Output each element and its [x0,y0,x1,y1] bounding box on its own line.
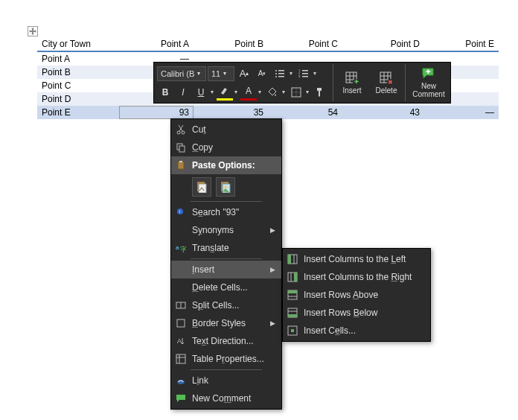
svg-line-33 [179,125,182,131]
paste-options-row [171,174,281,200]
row-label: Point A [37,51,119,66]
comment-icon [174,392,188,405]
col-point-e[interactable]: Point E [424,37,499,51]
menu-delete-cells[interactable]: Delete Cells... [171,279,281,296]
svg-rect-49 [177,319,185,327]
numbering-button[interactable]: 123▾ [295,66,318,82]
row-label: Point E [37,106,119,119]
font-size-combo[interactable]: 11▾ [208,66,234,81]
submenu-insert-rows-below[interactable]: Insert Rows Below [283,304,430,322]
context-menu: Cut Copy Paste Options: iSearch "93" Syn… [170,118,282,410]
row-label: Point D [37,92,119,106]
table-properties-icon [174,352,188,366]
svg-point-43 [177,209,183,214]
paste-icon [174,159,188,172]
dropdown-arrow-icon: ▾ [197,70,200,77]
col-point-c[interactable]: Point C [268,37,342,51]
submenu-arrow-icon: ▶ [270,319,275,327]
font-color-button[interactable]: A▾ [240,84,263,101]
menu-border-styles[interactable]: Border Styles▶ [171,314,281,332]
svg-text:字: 字 [180,246,186,253]
svg-rect-7 [302,70,308,71]
font-size-value: 11 [211,69,220,78]
svg-rect-68 [291,329,294,332]
borders-button[interactable]: ▾ [288,84,310,101]
mini-toolbar: Calibri (B▾ 11▾ A▴ A▾ ▾ 123▾ B I U▾ ▾ A▾… [153,62,451,104]
col-point-b[interactable]: Point B [194,37,268,51]
svg-rect-36 [178,162,184,169]
col-city[interactable]: City or Town [37,37,119,51]
submenu-insert-cols-right[interactable]: Insert Columns to the Right [283,268,430,286]
paste-picture-button[interactable] [216,177,235,197]
cell[interactable]: 54 [268,106,342,119]
submenu-insert-rows-above[interactable]: Insert Rows Above [283,286,430,304]
menu-label: Link [192,375,275,386]
svg-text:i: i [179,209,180,214]
insert-rows-above-icon [286,288,299,302]
menu-label: Copy [192,142,275,153]
blank-icon [174,263,188,276]
insert-submenu: Insert Columns to the Left Insert Column… [282,248,431,342]
menu-paste-options-header: Paste Options: [171,156,281,174]
menu-label: Translate [192,243,275,253]
svg-point-0 [275,70,277,71]
cell-selected[interactable]: 93 [119,106,194,119]
delete-table-button[interactable]: ✖ Delete [369,63,403,103]
svg-rect-56 [288,255,291,264]
menu-label: Delete Cells... [192,282,275,293]
menu-cut[interactable]: Cut [171,121,281,139]
row-label: Point C [37,79,119,92]
menu-table-properties[interactable]: Table Properties... [171,350,281,368]
new-comment-label: NewComment [412,82,444,98]
menu-synonyms[interactable]: Synonyms▶ [171,221,281,239]
svg-rect-9 [302,73,308,74]
new-comment-button[interactable]: ✚ NewComment [407,63,450,103]
svg-text:3: 3 [298,74,301,78]
menu-split-cells[interactable]: Split Cells... [171,296,281,314]
menu-link[interactable]: Link [171,372,281,389]
insert-table-button[interactable]: ✚ Insert [335,63,369,103]
underline-button[interactable]: U▾ [193,84,215,101]
highlight-color-button[interactable]: ▾ [217,84,239,101]
submenu-arrow-icon: ▶ [270,226,275,234]
cell[interactable]: 35 [194,106,268,119]
menu-search[interactable]: iSearch "93" [171,203,281,221]
insert-label: Insert [342,86,361,95]
cut-icon [174,123,188,136]
shrink-font-button[interactable]: A▾ [254,66,270,82]
menu-new-comment[interactable]: New Comment [171,389,281,407]
menu-label: Paste Options: [192,160,275,171]
menu-translate[interactable]: a字Translate [171,239,281,257]
italic-button[interactable]: I [175,84,191,101]
font-name-combo[interactable]: Calibri (B▾ [157,66,206,81]
svg-rect-65 [288,314,297,317]
blank-icon [174,281,188,294]
menu-label: Insert Columns to the Left [304,254,424,264]
menu-text-direction[interactable]: AText Direction... [171,332,281,350]
bold-button[interactable]: B [157,84,173,101]
shading-button[interactable]: ▾ [264,84,287,101]
submenu-insert-cells[interactable]: Insert Cells... [283,322,430,340]
svg-rect-1 [278,70,284,71]
svg-text:✚: ✚ [426,69,431,75]
svg-text:✖: ✖ [388,79,393,85]
cell[interactable]: 43 [342,106,424,119]
paste-keep-source-button[interactable] [192,177,211,197]
menu-insert[interactable]: Insert▶ [171,261,281,279]
svg-rect-11 [302,76,308,77]
format-painter-button[interactable] [312,84,328,101]
table-row[interactable]: Point E 93 35 54 43 — [37,106,499,119]
menu-label: Insert [192,264,266,275]
svg-point-42 [225,186,227,188]
col-point-a[interactable]: Point A [119,37,194,51]
svg-rect-51 [176,354,185,363]
insert-cols-left-icon [286,252,299,266]
table-move-handle[interactable] [28,26,38,36]
bullets-button[interactable]: ▾ [272,66,294,82]
cell[interactable]: — [424,106,499,119]
submenu-insert-cols-left[interactable]: Insert Columns to the Left [283,250,430,268]
grow-font-button[interactable]: A▴ [236,66,252,82]
menu-copy[interactable]: Copy [171,139,281,156]
menu-label: Insert Rows Below [304,308,424,318]
col-point-d[interactable]: Point D [342,37,424,51]
